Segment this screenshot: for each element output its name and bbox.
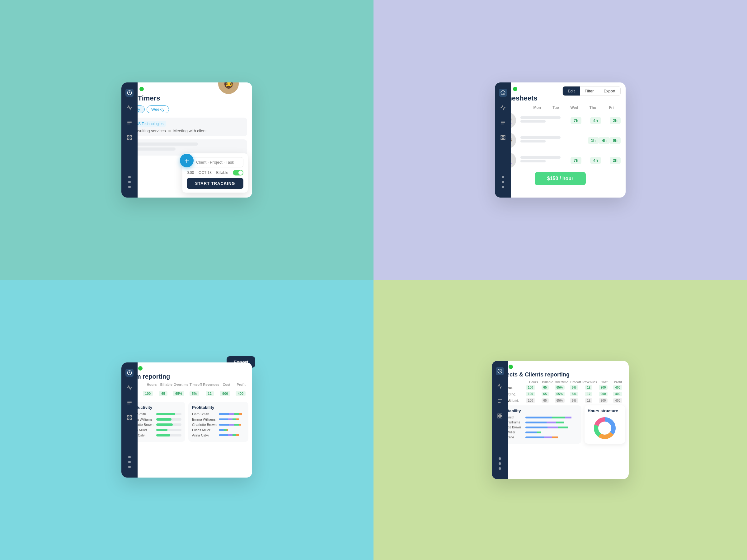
profit-bar-segs [219,419,244,420]
team-dot-3 [128,466,131,468]
sidebar-icon-grid[interactable] [125,133,133,141]
profitability-rows: Liam Smith Emma Williams Charlotte Brown… [192,412,244,437]
profit-seg [219,413,229,415]
proj-sidebar-chart[interactable] [496,382,504,390]
ts-row-2: 🧔 1h 4h 9h [500,132,621,149]
q4-profit-rows: Liam Smith Emma Williams Charlotte Brown… [499,416,578,439]
skeleton-1 [131,142,198,145]
profitability-row: Charlotte Brown [192,423,244,427]
col-overtime: Overtime [174,383,189,386]
team-sidebar-list[interactable] [125,399,133,407]
profit-seg [219,424,229,426]
prod-bar-bg [156,429,181,431]
ts-cell-3-thu [601,157,610,164]
ts-cell-3-wed: 4h [590,157,601,164]
ts-edit-btn[interactable]: Edit [563,86,579,96]
profitability-panel: Profitability Liam Smith Emma Williams C… [188,402,248,442]
sidebar-icon-chart[interactable] [125,104,133,112]
svg-rect-21 [130,415,132,417]
donut-chart [588,416,622,441]
pc-overtime: 65% [555,398,565,403]
q4-profit-seg [525,431,537,433]
svg-rect-22 [127,418,129,420]
profit-seg [234,413,240,415]
quadrant-timers: 🧔 [0,0,374,280]
ts-sidebar-list[interactable] [499,118,507,127]
profit-seg [219,429,224,431]
svg-rect-28 [498,414,499,415]
proj-sidebar-grid[interactable] [496,412,504,420]
q4-profit-bar-segs [525,427,578,428]
pc-cost: 900 [599,392,608,396]
ts-tl-green [513,87,517,91]
ts-sidebar-grid[interactable] [499,133,507,141]
tab-weekly[interactable]: Weekly [147,105,169,113]
profit-seg [229,424,234,426]
profit-seg [224,429,227,431]
prod-bar [156,423,173,426]
pc-col-revenues: Revenues [582,380,597,384]
prod-bar [156,429,168,431]
q4-profit-seg [558,427,568,428]
task-text: Meeting with client [173,129,207,133]
profit-seg [229,413,234,415]
day-fri: Fri [602,105,621,110]
proj-dot-1 [499,457,501,460]
quadrant-projects: Projects & Clients reporting Hours Billa… [374,280,747,560]
proj-tl-green [509,365,513,369]
pc-client-row: SmartAI Ltd. 100 65 65% 5% 12 900 400 [495,398,625,403]
ts-export-btn[interactable]: Export [598,86,620,96]
timers-title: My Timers [126,94,247,102]
q4-profit-bar-segs [525,436,578,438]
team-sidebar-chart[interactable] [125,383,133,392]
q4-profit-seg [525,436,544,438]
day-thu: Thu [584,105,602,110]
profit-seg [228,419,232,420]
rate-button[interactable]: $150 / hour [535,172,586,185]
ts-filter-btn[interactable]: Filter [580,86,599,96]
billable-toggle[interactable] [233,170,243,176]
proj-dot-3 [499,467,501,470]
col-hours: Hours [145,383,159,386]
sidebar-projects [492,361,508,479]
svg-rect-15 [504,138,505,140]
sidebar-dot-3 [128,186,131,188]
stat-profit: 400 [236,391,246,396]
tracker-selector[interactable]: Client · Project · Task [187,157,243,167]
pc-col-billable: Billable [541,380,555,384]
profit-seg [236,419,239,420]
proj-sidebar-list[interactable] [496,397,504,405]
pc-client-rows: ABC Inc. 100 65 65% 5% 12 900 400 DotNet… [495,385,625,403]
ts-row-1: 👩‍🦱 7h 4h 2h [500,112,621,129]
team-stats-row: 👩‍🦱 100 65 65% 5% 12 900 400 [125,388,248,399]
ts-cell-1-fri: 2h [610,117,621,124]
add-timer-button[interactable]: + [180,154,194,167]
start-tracking-button[interactable]: START TRACKING [187,178,243,189]
pc-billable: 65 [542,398,549,403]
q4-profit-panel: Profitability Liam Smith Emma Williams C… [495,405,582,444]
prod-bar-bg [156,413,181,415]
svg-rect-29 [500,414,502,415]
ts-cell-2-tue [579,137,588,144]
ts-cell-1-thu [601,117,610,124]
ts-role-skel-2 [520,140,546,142]
team-sidebar-clock[interactable] [125,369,133,377]
quadrant-team: Export [0,280,374,560]
ts-sidebar-clock[interactable] [499,89,507,97]
profit-seg [219,419,228,420]
ts-sidebar-chart[interactable] [499,104,507,112]
col-cost: Cost [219,383,234,386]
profit-bars [219,424,244,426]
ts-dot-1 [502,176,504,178]
svg-rect-31 [500,417,502,418]
team-dot-2 [128,461,131,463]
team-sidebar-grid[interactable] [125,414,133,422]
quadrant-timesheets: Edit Filter Export [374,0,747,280]
sidebar-icon-list[interactable] [125,118,133,127]
proj-sidebar-clock[interactable] [496,367,504,375]
col-billable: Billable [159,383,174,386]
sidebar-icon-clock[interactable] [125,89,133,97]
col-revenues: Revenues [203,383,219,386]
q4-profit-bar-segs [525,417,578,419]
timesheets-window: Edit Filter Export [495,82,626,197]
